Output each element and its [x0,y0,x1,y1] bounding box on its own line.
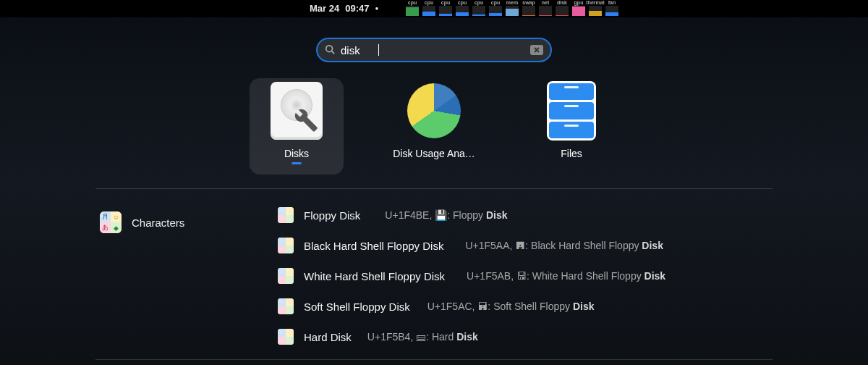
clear-search-button[interactable] [530,45,543,55]
character-detail: U+1F4BE, 💾: Floppy Disk [385,209,507,221]
svg-line-1 [332,51,335,54]
notification-dot-icon: ● [375,5,378,12]
character-result[interactable]: 月☺あ◆Soft Shell Floppy DiskU+1F5AC, 🖬: So… [278,298,773,314]
characters-app-icon: 月☺あ◆ [278,298,294,314]
disks-icon [270,84,323,138]
date-text: Mar 24 [310,3,339,14]
characters-app-icon: 月☺あ◆ [278,207,294,223]
search-icon [325,44,335,56]
search-bar[interactable] [316,38,552,62]
sys-cpu: cpu [488,0,503,16]
characters-header[interactable]: 月 ☺ あ ◆ Characters [100,211,184,233]
sys-cpu: cpu [422,0,436,16]
app-label: Disk Usage Ana… [393,148,475,159]
clock[interactable]: Mar 24 09:47 ● [310,3,378,14]
character-result[interactable]: 月☺あ◆Black Hard Shell Floppy DiskU+1F5AA,… [278,238,773,253]
running-indicator-icon [292,162,302,164]
sys-cpu: cpu [438,0,453,16]
sys-cpu: cpu [455,0,469,16]
character-name: Floppy Disk [304,209,360,222]
characters-app-icon: 月 ☺ あ ◆ [100,211,122,233]
files-icon [545,84,598,138]
time-text: 09:47 [345,3,369,14]
app-label: Disks [284,148,309,159]
character-result[interactable]: 月☺あ◆Hard DiskU+1F5B4, 🖴: Hard Disk [278,329,773,345]
divider [95,188,773,189]
app-disks[interactable]: Disks [250,78,344,175]
divider [95,359,773,360]
character-name: Black Hard Shell Floppy Disk [304,240,443,252]
app-disk-usage-ana-[interactable]: Disk Usage Ana… [387,78,481,169]
text-caret [378,44,379,56]
characters-title: Characters [132,217,184,229]
character-result[interactable]: 月☺あ◆White Hard Shell Floppy DiskU+1F5AB,… [278,268,773,284]
sys-fan: fan [605,0,619,16]
character-detail: U+1F5AB, 🖫: White Hard Shell Floppy Disk [467,270,665,282]
character-detail: U+1F5B4, 🖴: Hard Disk [367,331,478,343]
app-files[interactable]: Files [524,78,618,169]
sys-thermal: thermal [588,0,603,16]
characters-app-icon: 月☺あ◆ [278,329,294,345]
system-monitor[interactable]: cpucpucpucpucpucpumemswapnetdiskgputherm… [405,0,619,17]
pie-icon [407,84,461,138]
sys-swap: swap [522,0,536,16]
character-name: Hard Disk [304,331,352,343]
characters-result-list: 月☺あ◆Floppy DiskU+1F4BE, 💾: Floppy Disk月☺… [278,207,773,345]
app-results-grid: DisksDisk Usage Ana…Files [250,78,618,175]
sys-cpu: cpu [405,0,420,16]
characters-app-icon: 月☺あ◆ [278,268,294,284]
search-input[interactable] [341,44,530,56]
character-name: White Hard Shell Floppy Disk [304,270,445,282]
sys-cpu: cpu [472,0,486,16]
character-detail: U+1F5AC, 🖬: Soft Shell Floppy Disk [427,301,595,312]
sys-net: net [538,0,553,16]
character-detail: U+1F5AA, 🖪: Black Hard Shell Floppy Disk [465,240,663,251]
character-name: Soft Shell Floppy Disk [304,301,410,313]
characters-app-icon: 月☺あ◆ [278,238,294,253]
sys-disk: disk [555,0,569,16]
character-result[interactable]: 月☺あ◆Floppy DiskU+1F4BE, 💾: Floppy Disk [278,207,773,223]
sys-gpu: gpu [571,0,586,16]
app-label: Files [561,148,582,159]
svg-point-0 [326,45,333,51]
sys-mem: mem [505,0,519,16]
top-bar: Mar 24 09:47 ● cpucpucpucpucpucpumemswap… [0,0,868,17]
